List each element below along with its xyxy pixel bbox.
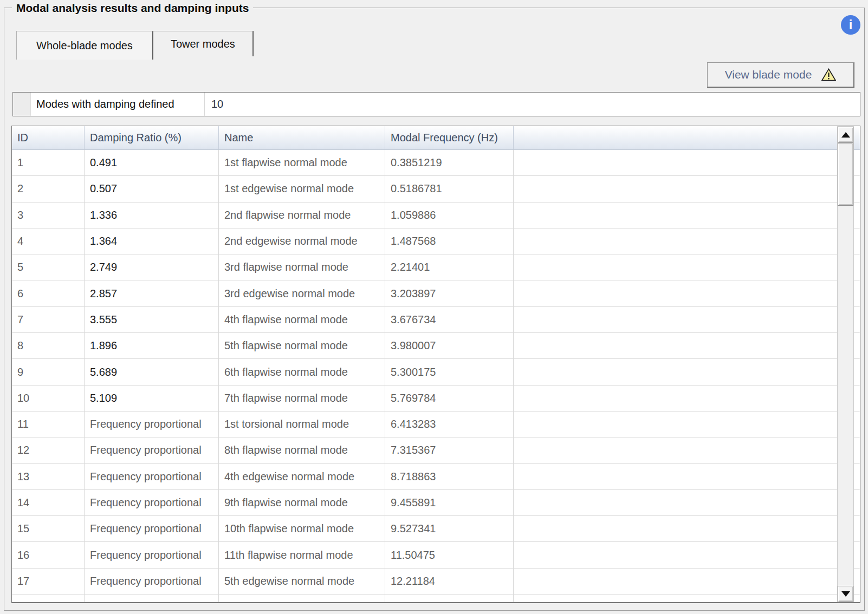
cell-modal-frequency: 7.315367 bbox=[385, 437, 514, 463]
cell-modal-frequency: 3.676734 bbox=[385, 307, 514, 332]
view-blade-mode-label: View blade mode bbox=[725, 68, 812, 81]
info-icon[interactable]: i bbox=[841, 15, 860, 35]
cell-modal-frequency: 1.487568 bbox=[385, 228, 514, 254]
cell-name: 4th flapwise normal mode bbox=[219, 307, 385, 332]
vertical-scrollbar[interactable] bbox=[837, 126, 854, 603]
modal-results-table: ID Damping Ratio (%) Name Modal Frequenc… bbox=[11, 126, 860, 603]
cell-damping-ratio[interactable]: 5.109 bbox=[85, 386, 219, 411]
cell-name: 1st edgewise normal mode bbox=[219, 176, 385, 201]
cell-modal-frequency: 9.455891 bbox=[385, 490, 514, 515]
cell-modal-frequency: 0.3851219 bbox=[385, 150, 514, 175]
modes-with-damping-label: Modes with damping defined bbox=[31, 93, 205, 116]
column-header-filler bbox=[514, 126, 860, 149]
cell-damping-ratio[interactable]: 3.555 bbox=[85, 307, 219, 332]
cell-filler bbox=[514, 280, 860, 306]
tab-whole-blade-label: Whole-blade modes bbox=[36, 40, 133, 52]
scrollbar-thumb[interactable] bbox=[838, 143, 853, 206]
cell-modal-frequency: 5.300175 bbox=[385, 359, 514, 384]
cell-id: 16 bbox=[12, 542, 85, 567]
cell-damping-ratio[interactable]: Frequency proportional bbox=[85, 490, 219, 515]
view-blade-mode-button[interactable]: View blade mode bbox=[707, 62, 854, 88]
cell-filler bbox=[514, 542, 860, 567]
cell-damping-ratio[interactable]: 1.896 bbox=[85, 333, 219, 358]
cell-filler bbox=[514, 411, 860, 437]
cell-name: 5th edgewise normal mode bbox=[219, 569, 385, 594]
cell-modal-frequency: 6.413283 bbox=[385, 411, 514, 437]
modes-with-damping-row: Modes with damping defined 10 bbox=[12, 92, 860, 116]
column-header-id[interactable]: ID bbox=[12, 126, 85, 149]
cell-damping-ratio[interactable]: 2.749 bbox=[85, 254, 219, 280]
cell-name: 2nd edgewise normal mode bbox=[219, 228, 385, 254]
mode-tabstrip: Whole-blade modes Tower modes bbox=[16, 31, 254, 60]
cell-filler bbox=[514, 228, 860, 254]
cell-damping-ratio[interactable]: 5.689 bbox=[85, 359, 219, 384]
column-header-modal-frequency[interactable]: Modal Frequency (Hz) bbox=[385, 126, 514, 149]
cell-filler bbox=[514, 203, 860, 228]
up-arrow-icon bbox=[841, 132, 850, 138]
cell-id: 7 bbox=[12, 307, 85, 332]
cell-damping-ratio[interactable]: Frequency proportional bbox=[85, 542, 219, 567]
column-header-damping-ratio[interactable]: Damping Ratio (%) bbox=[85, 126, 219, 149]
table-row[interactable]: 10.4911st flapwise normal mode0.3851219 bbox=[12, 150, 860, 176]
cell-damping-ratio[interactable]: 0.507 bbox=[85, 176, 219, 201]
cell-name: 3rd flapwise normal mode bbox=[219, 254, 385, 280]
table-row[interactable]: 15Frequency proportional10th flapwise no… bbox=[12, 516, 860, 542]
cell-name: 5th flapwise normal mode bbox=[219, 333, 385, 358]
table-row[interactable]: 11Frequency proportional1st torsional no… bbox=[12, 411, 860, 437]
cell-filler bbox=[514, 490, 860, 515]
table-row[interactable]: 52.7493rd flapwise normal mode2.21401 bbox=[12, 254, 860, 280]
tab-whole-blade-modes[interactable]: Whole-blade modes bbox=[16, 31, 153, 60]
cell-damping-ratio[interactable]: Frequency proportional bbox=[85, 569, 219, 594]
cell-id: 13 bbox=[12, 464, 85, 489]
cell-damping-ratio[interactable]: Frequency proportional bbox=[85, 411, 219, 437]
cell-damping-ratio[interactable]: 0.491 bbox=[85, 150, 219, 175]
table-row[interactable]: 31.3362nd flapwise normal mode1.059886 bbox=[12, 203, 860, 228]
cell-damping-ratio[interactable]: Frequency proportional bbox=[85, 437, 219, 463]
cell-id: 14 bbox=[12, 490, 85, 515]
cell-filler bbox=[514, 150, 860, 175]
cell-modal-frequency: 11.50475 bbox=[385, 542, 514, 567]
cell-name: 1st flapwise normal mode bbox=[219, 150, 385, 175]
table-row[interactable]: 12Frequency proportional8th flapwise nor… bbox=[12, 437, 860, 463]
cell-name: 1st torsional normal mode bbox=[219, 411, 385, 437]
table-row[interactable]: 13Frequency proportional4th edgewise nor… bbox=[12, 464, 860, 490]
cell-name: 3rd edgewise normal mode bbox=[219, 280, 385, 306]
table-row[interactable]: 17Frequency proportional5th edgewise nor… bbox=[12, 569, 860, 595]
cell-damping-ratio[interactable]: 1.364 bbox=[85, 228, 219, 254]
table-row[interactable]: 20.5071st edgewise normal mode0.5186781 bbox=[12, 176, 860, 202]
cell-name: 4th edgewise normal mode bbox=[219, 464, 385, 489]
cell-filler bbox=[514, 307, 860, 332]
cell-modal-frequency: 3.980007 bbox=[385, 333, 514, 358]
table-row[interactable]: 14Frequency proportional9th flapwise nor… bbox=[12, 490, 860, 516]
cell-damping-ratio[interactable]: Frequency proportional bbox=[85, 516, 219, 541]
cell-id: 8 bbox=[12, 333, 85, 358]
tab-tower-label: Tower modes bbox=[171, 38, 235, 50]
table-row[interactable]: 16Frequency proportional11th flapwise no… bbox=[12, 542, 860, 568]
modes-with-damping-input[interactable]: 10 bbox=[205, 93, 860, 116]
table-row[interactable]: 73.5554th flapwise normal mode3.676734 bbox=[12, 307, 860, 333]
cell-damping-ratio[interactable]: 2.857 bbox=[85, 280, 219, 306]
cell-name: 7th flapwise normal mode bbox=[219, 386, 385, 411]
scroll-up-button[interactable] bbox=[838, 127, 853, 143]
table-row[interactable]: 95.6896th flapwise normal mode5.300175 bbox=[12, 359, 860, 385]
cell-id: 1 bbox=[12, 150, 85, 175]
cell-damping-ratio[interactable]: Frequency proportional bbox=[85, 464, 219, 489]
table-row[interactable]: 62.8573rd edgewise normal mode3.203897 bbox=[12, 280, 860, 306]
cell-id: 4 bbox=[12, 228, 85, 254]
scroll-down-button[interactable] bbox=[838, 586, 853, 602]
cell-id: 11 bbox=[12, 411, 85, 437]
table-row[interactable]: 81.8965th flapwise normal mode3.980007 bbox=[12, 333, 860, 359]
cell-modal-frequency: 8.718863 bbox=[385, 464, 514, 489]
cell-filler bbox=[514, 437, 860, 463]
tab-tower-modes[interactable]: Tower modes bbox=[153, 31, 254, 56]
table-row[interactable]: 41.3642nd edgewise normal mode1.487568 bbox=[12, 228, 860, 254]
cell-name: 10th flapwise normal mode bbox=[219, 516, 385, 541]
scrollbar-track[interactable] bbox=[838, 206, 853, 586]
cell-id: 17 bbox=[12, 569, 85, 594]
cell-modal-frequency: 12.21184 bbox=[385, 569, 514, 594]
cell-filler bbox=[514, 464, 860, 489]
column-header-name[interactable]: Name bbox=[219, 126, 385, 149]
table-row[interactable]: 105.1097th flapwise normal mode5.769784 bbox=[12, 386, 860, 411]
cell-damping-ratio[interactable]: 1.336 bbox=[85, 203, 219, 228]
cell-id: 5 bbox=[12, 254, 85, 280]
